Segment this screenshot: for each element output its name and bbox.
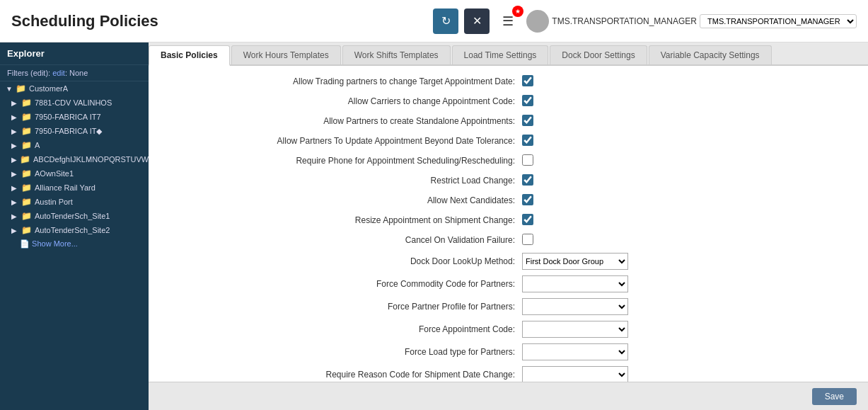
- avatar: [526, 10, 549, 33]
- field-label-force-load-type: Force Load type for Partners:: [154, 347, 522, 357]
- field-control-force-load-type: [522, 343, 628, 360]
- tab-label: Work Hours Templates: [243, 50, 329, 60]
- filters-label: Filters (edit):: [7, 69, 50, 77]
- tab-variable-capacity[interactable]: Variable Capacity Settings: [649, 45, 772, 64]
- field-control-allow-carriers: [522, 95, 533, 108]
- tree-label: CustomerA: [29, 84, 68, 93]
- tab-work-shifts[interactable]: Work Shifts Templates: [342, 45, 451, 64]
- select-force-commodity[interactable]: [522, 275, 628, 292]
- tab-label: Basic Policies: [161, 50, 218, 60]
- expand-icon: ▶: [11, 227, 18, 234]
- sidebar-item-abc[interactable]: ▶ 📁 ABCDefghIJKLMNOPQRSTUVW: [0, 152, 149, 166]
- field-label-require-reason-shipment: Require Reason Code for Shipment Date Ch…: [154, 370, 522, 380]
- select-force-load-type[interactable]: [522, 343, 628, 360]
- user-name: TMS.TRANSPORTATION_MANAGER: [552, 16, 697, 26]
- tree-label: A: [35, 141, 40, 149]
- checkbox-allow-partners-beyond[interactable]: [522, 135, 533, 146]
- form-row-cancel-validation: Cancel On Validation Failure:: [149, 230, 857, 250]
- sidebar-item-customerA[interactable]: ▼ 📁 CustomerA: [0, 81, 149, 96]
- page-title: Scheduling Policies: [11, 12, 424, 30]
- file-icon: 📄: [20, 239, 30, 248]
- sidebar-item-autotender1[interactable]: ▶ 📁 AutoTenderSch_Site1: [0, 209, 149, 223]
- folder-icon: 📁: [21, 211, 32, 221]
- form-row-force-partner-profile: Force Partner Profile for Partners:: [149, 295, 857, 318]
- tree-label: AOwnSite1: [35, 169, 74, 178]
- form-row-resize: Resize Appointment on Shipment Change:: [149, 210, 857, 230]
- sidebar-item-7881[interactable]: ▶ 📁 7881-CDV VALINHOS: [0, 96, 149, 110]
- show-more-link[interactable]: 📄 Show More...: [0, 237, 149, 251]
- expand-icon: ▼: [6, 85, 13, 93]
- folder-icon: 📁: [21, 112, 32, 122]
- folder-icon: 📁: [21, 197, 32, 207]
- field-control-dock-door-lookup: First Dock Door Group Second Option: [522, 253, 628, 270]
- tab-label: Load Time Settings: [464, 50, 537, 60]
- tree-label: Alliance Rail Yard: [35, 183, 96, 192]
- field-label-allow-partners-beyond: Allow Partners To Update Appointment Bey…: [154, 136, 522, 146]
- tab-basic-policies[interactable]: Basic Policies: [149, 45, 230, 66]
- checkbox-allow-trading[interactable]: [522, 75, 533, 86]
- sidebar-item-alliance[interactable]: ▶ 📁 Alliance Rail Yard: [0, 181, 149, 195]
- sidebar-item-aownsite[interactable]: ▶ 📁 AOwnSite1: [0, 166, 149, 181]
- refresh-button[interactable]: ↻: [433, 8, 458, 34]
- select-force-appointment-code[interactable]: [522, 321, 628, 338]
- checkbox-resize[interactable]: [522, 214, 533, 225]
- field-control-require-phone: [522, 154, 533, 168]
- sidebar-item-austin[interactable]: ▶ 📁 Austin Port: [0, 195, 149, 209]
- folder-icon: 📁: [21, 169, 32, 178]
- tab-label: Variable Capacity Settings: [661, 50, 760, 60]
- sidebar-item-autotender2[interactable]: ▶ 📁 AutoTenderSch_Site2: [0, 223, 149, 237]
- form-area: Allow Trading partners to change Target …: [149, 66, 868, 382]
- user-section: TMS.TRANSPORTATION_MANAGER TMS.TRANSPORT…: [526, 10, 857, 33]
- expand-icon: ▶: [11, 184, 18, 192]
- form-row-restrict-load: Restrict Load Change:: [149, 171, 857, 190]
- field-control-restrict-load: [522, 174, 533, 188]
- expand-icon: ▶: [11, 212, 18, 220]
- field-label-require-phone: Require Phone for Appointment Scheduling…: [154, 156, 522, 166]
- header-actions: ↻ ✕ ☰ ★ TMS.TRANSPORTATION_MANAGER TMS.T…: [433, 8, 857, 34]
- sidebar-item-7950-1[interactable]: ▶ 📁 7950-FABRICA IT7: [0, 110, 149, 124]
- form-row-force-appointment-code: Force Appointment Code:: [149, 318, 857, 341]
- expand-icon: ▶: [11, 170, 18, 178]
- field-label-resize: Resize Appointment on Shipment Change:: [154, 215, 522, 225]
- tab-load-time[interactable]: Load Time Settings: [452, 45, 549, 64]
- tab-work-hours[interactable]: Work Hours Templates: [231, 45, 341, 64]
- menu-button[interactable]: ☰ ★: [495, 8, 521, 34]
- tree-label: 7950-FABRICA IT7: [35, 113, 101, 121]
- tree-label: Austin Port: [35, 198, 73, 206]
- tab-dock-door[interactable]: Dock Door Settings: [550, 45, 647, 64]
- select-dock-door-lookup[interactable]: First Dock Door Group Second Option: [522, 253, 628, 270]
- notification-badge: ★: [512, 6, 523, 17]
- checkbox-allow-carriers[interactable]: [522, 95, 533, 106]
- field-control-allow-partners-standalone: [522, 115, 533, 128]
- checkbox-allow-partners-standalone[interactable]: [522, 115, 533, 126]
- user-dropdown[interactable]: TMS.TRANSPORTATION_MANAGER: [700, 14, 857, 28]
- field-control-force-commodity: [522, 275, 628, 292]
- field-label-force-partner-profile: Force Partner Profile for Partners:: [154, 302, 522, 312]
- folder-icon: 📁: [21, 183, 32, 193]
- sidebar-item-7950-2[interactable]: ▶ 📁 7950-FABRICA IT◆: [0, 124, 149, 138]
- checkbox-allow-next[interactable]: [522, 194, 533, 205]
- close-button[interactable]: ✕: [464, 8, 490, 34]
- sidebar-header: Explorer: [0, 42, 149, 65]
- folder-icon: 📁: [16, 84, 26, 93]
- sidebar-title: Explorer: [7, 48, 45, 59]
- field-label-allow-next: Allow Next Candidates:: [154, 195, 522, 205]
- field-control-resize: [522, 214, 533, 227]
- content-area: Basic Policies Work Hours Templates Work…: [149, 42, 868, 410]
- expand-icon: ▶: [11, 127, 18, 135]
- folder-icon: 📁: [20, 154, 30, 164]
- sidebar: Explorer Filters (edit): edit: None ▼ 📁 …: [0, 42, 149, 410]
- field-control-force-partner-profile: [522, 298, 628, 315]
- save-button[interactable]: Save: [812, 388, 857, 405]
- refresh-icon: ↻: [441, 14, 451, 28]
- filters-edit-link[interactable]: edit: [52, 69, 65, 77]
- select-require-reason-shipment[interactable]: [522, 366, 628, 382]
- sidebar-item-a[interactable]: ▶ 📁 A: [0, 138, 149, 152]
- select-force-partner-profile[interactable]: [522, 298, 628, 315]
- expand-icon: ▶: [11, 156, 17, 164]
- header: Scheduling Policies ↻ ✕ ☰ ★ TMS.TRANSPOR…: [0, 0, 868, 42]
- checkbox-restrict-load[interactable]: [522, 174, 533, 186]
- field-control-allow-next: [522, 194, 533, 207]
- checkbox-cancel-validation[interactable]: [522, 234, 533, 245]
- checkbox-require-phone[interactable]: [522, 154, 533, 166]
